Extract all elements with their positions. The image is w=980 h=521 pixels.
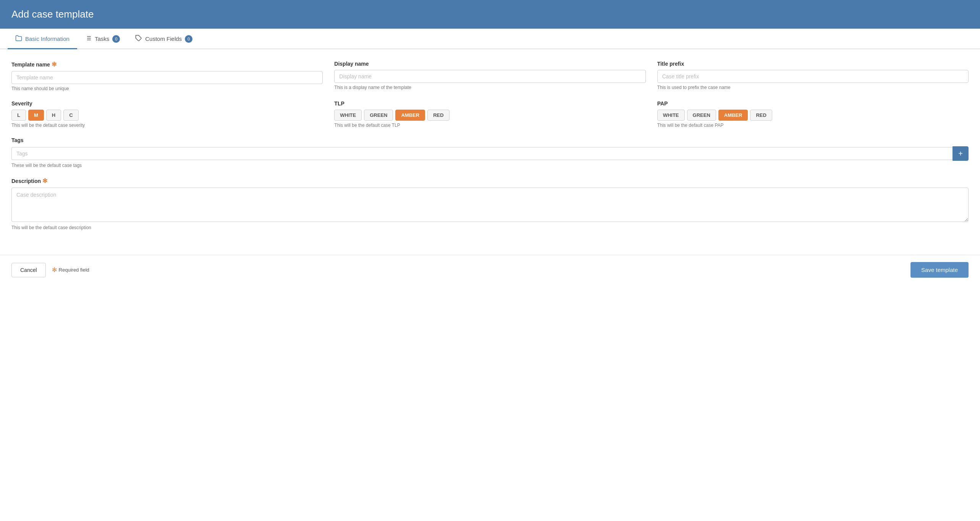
custom-fields-badge: 0	[185, 35, 192, 43]
tags-row: Tags +	[11, 146, 969, 161]
tlp-btn-white[interactable]: WHITE	[334, 110, 362, 121]
tasks-badge: 0	[112, 35, 120, 43]
severity-btn-m[interactable]: M	[28, 110, 44, 121]
description-required-star: ✻	[42, 177, 47, 184]
title-prefix-input[interactable]	[657, 70, 969, 83]
tlp-btn-green[interactable]: GREEN	[364, 110, 393, 121]
pap-btn-white[interactable]: WHITE	[657, 110, 685, 121]
pap-field: PAP WHITE GREEN AMBER RED This will be t…	[657, 100, 969, 128]
pap-buttons: WHITE GREEN AMBER RED	[657, 110, 969, 121]
tag-icon	[135, 35, 142, 43]
title-prefix-hint: This is used to prefix the case name	[657, 85, 969, 90]
footer-bar: Cancel ✻ Required field Save template	[0, 255, 980, 285]
template-name-input[interactable]	[11, 71, 323, 84]
template-name-hint: This name should be unique	[11, 86, 323, 91]
severity-btn-c[interactable]: C	[63, 110, 78, 121]
pap-btn-green[interactable]: GREEN	[687, 110, 716, 121]
required-note-star: ✻	[52, 266, 57, 273]
display-name-label: Display name	[334, 61, 369, 67]
pap-label: PAP	[657, 100, 969, 107]
template-name-required-star: ✻	[52, 61, 57, 68]
template-name-field: Template name ✻ This name should be uniq…	[11, 61, 323, 91]
severity-btn-l[interactable]: L	[11, 110, 26, 121]
form-row-2: Severity L M H C This will be the defaul…	[11, 100, 969, 128]
tab-tasks[interactable]: Tasks 0	[77, 29, 128, 49]
pap-hint: This will be the default case PAP	[657, 123, 969, 128]
title-prefix-label: Title prefix	[657, 61, 684, 67]
tab-tasks-label: Tasks	[95, 36, 109, 42]
description-field: Description ✻ This will be the default c…	[11, 177, 969, 230]
tlp-field: TLP WHITE GREEN AMBER RED This will be t…	[334, 100, 645, 128]
page-title: Add case template	[11, 8, 969, 20]
pap-btn-red[interactable]: RED	[750, 110, 772, 121]
cancel-button[interactable]: Cancel	[11, 263, 46, 277]
folder-icon	[15, 35, 22, 43]
tags-hint: These will be the default case tags	[11, 163, 969, 168]
severity-field: Severity L M H C This will be the defaul…	[11, 100, 323, 128]
tlp-btn-amber[interactable]: AMBER	[395, 110, 425, 121]
display-name-hint: This is a display name of the template	[334, 85, 645, 90]
tags-field: Tags Tags + These will be the default ca…	[11, 137, 969, 168]
tlp-btn-red[interactable]: RED	[427, 110, 449, 121]
list-icon	[85, 35, 92, 43]
tab-basic-information-label: Basic Information	[25, 36, 70, 42]
description-textarea[interactable]	[11, 188, 969, 222]
tab-custom-fields-label: Custom Fields	[145, 36, 182, 42]
description-label: Description	[11, 178, 41, 184]
display-name-field: Display name This is a display name of t…	[334, 61, 645, 91]
tlp-buttons: WHITE GREEN AMBER RED	[334, 110, 645, 121]
tags-label: Tags	[11, 137, 969, 143]
tags-add-button[interactable]: +	[953, 146, 969, 161]
severity-hint: This will be the default case severity	[11, 123, 323, 128]
severity-buttons: L M H C	[11, 110, 323, 121]
main-content: Template name ✻ This name should be uniq…	[0, 49, 980, 247]
pap-btn-amber[interactable]: AMBER	[718, 110, 748, 121]
description-hint: This will be the default case descriptio…	[11, 225, 969, 230]
tags-input[interactable]: Tags	[11, 147, 953, 160]
title-prefix-field: Title prefix This is used to prefix the …	[657, 61, 969, 91]
severity-btn-h[interactable]: H	[46, 110, 61, 121]
required-note: ✻ Required field	[52, 266, 89, 273]
severity-label: Severity	[11, 100, 323, 107]
tab-custom-fields[interactable]: Custom Fields 0	[128, 29, 200, 49]
template-name-label: Template name	[11, 61, 50, 68]
tlp-label: TLP	[334, 100, 645, 107]
tags-placeholder: Tags	[16, 150, 28, 157]
display-name-input[interactable]	[334, 70, 645, 83]
tab-basic-information[interactable]: Basic Information	[8, 29, 77, 49]
tabs-bar: Basic Information Tasks 0 Custom Fields …	[0, 29, 980, 49]
tlp-hint: This will be the default case TLP	[334, 123, 645, 128]
page-header: Add case template	[0, 0, 980, 29]
required-note-label: Required field	[59, 267, 89, 273]
form-row-1: Template name ✻ This name should be uniq…	[11, 61, 969, 91]
save-template-button[interactable]: Save template	[910, 262, 969, 278]
